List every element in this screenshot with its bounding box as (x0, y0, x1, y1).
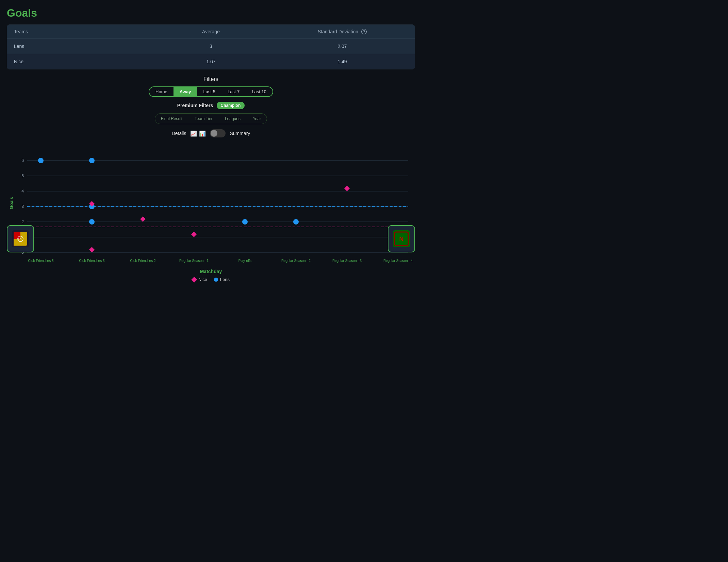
filter-buttons-group: Home Away Last 5 Last 7 Last 10 (149, 86, 273, 97)
col-header-teams: Teams (14, 29, 145, 34)
svg-text:5: 5 (21, 173, 24, 178)
nice-legend-icon (191, 277, 197, 282)
lens-point-4 (242, 219, 248, 225)
lens-team-logo: RCL (7, 225, 34, 252)
team-avg-lens: 3 (145, 44, 277, 49)
col-header-stddev: Standard Deviation ? (277, 29, 408, 34)
chart-area: RCL N Goals 0 1 2 3 4 5 (7, 140, 415, 267)
nice-legend-label: Nice (198, 277, 207, 282)
table-header: Teams Average Standard Deviation ? (7, 25, 415, 39)
stddev-help-icon[interactable]: ? (361, 29, 367, 34)
filter-away[interactable]: Away (173, 87, 197, 96)
svg-text:Club Friendlies 5: Club Friendlies 5 (28, 259, 53, 263)
svg-text:RCL: RCL (18, 238, 23, 241)
matchday-label: Matchday (0, 269, 422, 274)
filter-last10[interactable]: Last 10 (246, 87, 272, 96)
filter-last7[interactable]: Last 7 (221, 87, 246, 96)
filter-year[interactable]: Year (248, 115, 266, 123)
filters-section: Filters Home Away Last 5 Last 7 Last 10 … (0, 76, 422, 124)
nice-point-4 (344, 186, 350, 191)
team-name-nice: Nice (14, 59, 145, 64)
team-stddev-nice: 1.49 (277, 59, 408, 64)
team-stddev-lens: 2.07 (277, 44, 408, 49)
lens-logo-container: RCL (7, 225, 34, 252)
bar-chart-icon: 📊 (199, 130, 206, 137)
filter-leagues[interactable]: Leagues (220, 115, 245, 123)
svg-text:Club Friendlies 2: Club Friendlies 2 (130, 259, 155, 263)
toggle-icons: 📈 📊 (190, 130, 206, 137)
col-header-average: Average (145, 29, 277, 34)
nice-logo-container: N (388, 225, 415, 252)
legend-nice: Nice (192, 277, 207, 282)
svg-text:N: N (399, 236, 404, 243)
filter-last5[interactable]: Last 5 (197, 87, 221, 96)
lens-point-2 (89, 219, 95, 225)
svg-text:Regular Season - 1: Regular Season - 1 (179, 259, 209, 263)
toggle-row: Details 📈 📊 Summary (0, 129, 422, 137)
goals-chart: Goals 0 1 2 3 4 5 6 Club Friendlies 5 Cl… (7, 140, 415, 266)
team-name-lens: Lens (14, 44, 145, 49)
nice-point-0 (89, 247, 95, 252)
svg-text:Regular Season - 2: Regular Season - 2 (281, 259, 311, 263)
filter-home[interactable]: Home (149, 87, 173, 96)
filter-team-tier[interactable]: Team Tier (190, 115, 217, 123)
line-chart-icon: 📈 (190, 130, 197, 137)
nice-point-2 (140, 216, 146, 222)
premium-label: Premium Filters (177, 103, 213, 108)
filter-final-result[interactable]: Final Result (156, 115, 187, 123)
nice-point-3 (191, 232, 197, 237)
details-label: Details (172, 131, 186, 136)
svg-text:3: 3 (21, 204, 24, 209)
team-avg-nice: 1.67 (145, 59, 277, 64)
svg-text:Club Friendlies 3: Club Friendlies 3 (79, 259, 104, 263)
svg-text:Goals: Goals (9, 197, 14, 209)
premium-filters-row: Premium Filters Champion (0, 102, 422, 109)
svg-text:2: 2 (21, 219, 24, 224)
svg-text:6: 6 (21, 158, 24, 163)
svg-text:Regular Season - 3: Regular Season - 3 (332, 259, 362, 263)
lens-legend-label: Lens (220, 277, 230, 282)
table-row: Nice 1.67 1.49 (7, 54, 415, 69)
page-title: Goals (0, 0, 422, 24)
details-summary-toggle[interactable] (210, 129, 226, 137)
filters-title: Filters (0, 76, 422, 82)
toggle-knob (211, 130, 217, 137)
lens-point-5 (293, 219, 299, 225)
lens-point-0 (38, 158, 44, 163)
champion-badge[interactable]: Champion (217, 102, 245, 109)
nice-team-logo: N (388, 225, 415, 252)
summary-label: Summary (230, 131, 250, 136)
table-row: Lens 3 2.07 (7, 39, 415, 54)
lens-legend-icon (214, 278, 218, 282)
svg-text:Play-offs: Play-offs (238, 259, 252, 263)
svg-text:4: 4 (21, 189, 24, 194)
lens-point-1 (89, 158, 95, 163)
chart-legend: Nice Lens (0, 277, 422, 282)
secondary-filters: Final Result Team Tier Leagues Year (155, 113, 267, 124)
svg-text:Regular Season - 4: Regular Season - 4 (383, 259, 413, 263)
legend-lens: Lens (214, 277, 230, 282)
stats-table: Teams Average Standard Deviation ? Lens … (7, 24, 415, 69)
